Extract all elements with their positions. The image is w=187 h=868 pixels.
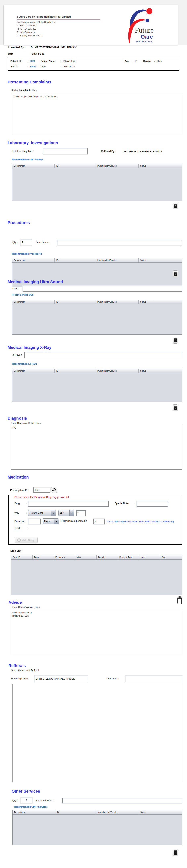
column-header: ID	[55, 369, 96, 373]
consultant-input[interactable]	[125, 676, 182, 682]
delete-lab-testing-button[interactable]	[173, 203, 178, 210]
recommended-uss-link[interactable]: Recommended USS	[12, 293, 34, 296]
procedures-qty-label: Qty :	[12, 241, 17, 244]
lab-testings-table[interactable]: DepartmentIDInvestigation/ServiceStatus	[12, 163, 182, 201]
add-drug-label: Add Drug	[22, 538, 34, 541]
section-heading-refferals: Refferals	[8, 663, 26, 668]
table-header-row: DepartmentIDInvestigation / ServiceStatu…	[13, 810, 182, 815]
delete-xray-button[interactable]	[173, 404, 178, 411]
colon: :	[27, 527, 28, 530]
meal-timing-value: Before Meal	[28, 512, 51, 514]
recommended-xrays-link[interactable]: Recommended X-Rays	[12, 363, 37, 365]
column-header: Department	[12, 300, 55, 304]
other-services-table[interactable]: DepartmentIDInvestigation / ServiceStatu…	[12, 810, 182, 845]
duration-unit-dropdown[interactable]: Day/s ▼	[43, 518, 59, 524]
uss-table[interactable]: DepartmentIDInvestigation/ServiceStatus	[12, 300, 182, 335]
advice-textarea[interactable]: continue current mgt review FBC, ESR	[11, 610, 182, 655]
procedures-qty-input[interactable]	[21, 240, 32, 245]
chevron-down-icon: ▼	[54, 519, 59, 524]
recommended-lab-testings-link[interactable]: Recommended Lab Testings	[12, 158, 43, 161]
way-qty-input[interactable]	[76, 510, 86, 516]
column-header: Investigation/Service	[96, 369, 139, 373]
visit-id-value: 13677	[30, 65, 36, 68]
total-label: Total	[14, 527, 20, 530]
recommended-procedures-link[interactable]: Recommended Procedures	[12, 252, 42, 255]
colon: :	[132, 60, 133, 62]
column-header: Department	[13, 810, 55, 814]
colon: :	[134, 502, 135, 505]
way-label: Way	[14, 512, 19, 514]
chevron-down-icon: ▼	[69, 510, 74, 516]
delete-procedure-button[interactable]	[173, 271, 178, 277]
company-phone-1: T: +24 82 593 593	[17, 24, 36, 27]
date-value: : 2024-06-15	[31, 53, 44, 55]
delete-advice-button[interactable]	[177, 596, 183, 606]
complaints-label: Enter Complaints Here	[12, 89, 37, 91]
procedures-input[interactable]	[57, 240, 182, 245]
trash-icon	[174, 204, 177, 209]
diagnosis-textarea[interactable]: ISQ	[11, 425, 182, 470]
recommended-other-services-link[interactable]: Recommended Other Services	[14, 806, 48, 808]
patient-name-label: Patient Name	[41, 60, 55, 62]
logo-word-future: Future	[135, 26, 154, 34]
other-qty-label: Qty :	[12, 799, 17, 802]
xrays-input[interactable]	[24, 352, 182, 358]
column-header: Note	[139, 555, 160, 559]
drug-selection-warning: Please select the Drug from Drug suggess…	[14, 496, 69, 499]
xray-table[interactable]: DepartmentIDInvestigation/ServiceStatus	[12, 369, 182, 402]
other-qty-input[interactable]	[21, 798, 32, 803]
drug-list-table[interactable]: Drug IDDrugFequencyWayDurationDuration T…	[11, 555, 182, 595]
column-header: Status	[139, 258, 182, 262]
fraction-note: Please add as decimal numbers when addin…	[107, 520, 182, 523]
drug-input[interactable]	[28, 501, 109, 506]
advice-label: Enter Doctor's Advice Here	[12, 606, 40, 608]
section-heading-procedures: Procedures	[8, 220, 30, 225]
consulted-by-label: Consulted By :	[8, 46, 26, 49]
duration-unit-value: Day/s	[43, 520, 54, 523]
special-notes-input[interactable]	[137, 501, 168, 506]
trash-icon	[174, 338, 177, 343]
section-heading-laboratory: Laboratory Investigations	[8, 141, 58, 145]
duration-input[interactable]	[28, 519, 41, 524]
delete-other-service-button[interactable]	[173, 849, 178, 856]
colon: :	[28, 60, 28, 62]
column-header: Status	[139, 164, 182, 168]
patient-id-value: 2529	[30, 60, 35, 62]
refferal-list-box[interactable]	[12, 684, 182, 782]
meal-timing-dropdown[interactable]: Before Meal ▼	[28, 510, 56, 516]
reffering-doctor-input[interactable]	[35, 676, 88, 682]
future-care-logo-icon: Future Care ♥ Body Mind Soul	[123, 6, 165, 44]
xrays-label: X-Rays :	[12, 354, 22, 356]
complaints-textarea[interactable]: Xray in keeping with ?Right knee osteoar…	[12, 94, 182, 134]
gender-value: Male	[157, 60, 162, 62]
lab-investigation-input[interactable]	[43, 148, 88, 154]
prescription-id-input[interactable]	[33, 487, 50, 493]
patient-name-value: RIMAN IHAB	[63, 60, 76, 62]
per-meal-input[interactable]	[94, 519, 105, 524]
other-services-input[interactable]	[62, 798, 182, 803]
chevron-down-icon: ▼	[51, 510, 56, 516]
refresh-prescription-button[interactable]	[51, 487, 57, 494]
column-header: Status	[139, 369, 182, 373]
procedures-label: Procedures :	[36, 241, 49, 244]
trash-icon	[174, 272, 177, 276]
frequency-dropdown[interactable]: OD ▼	[58, 510, 74, 516]
column-header: Status	[139, 300, 182, 304]
delete-uss-button[interactable]	[173, 337, 178, 344]
reffered-by-value: ORITSETSETOS RAPHAEL PINNICK	[123, 150, 162, 153]
column-header: Department	[12, 369, 55, 373]
colon: :	[61, 60, 62, 62]
duration-label: Duration :	[14, 520, 25, 523]
logo-tagline: Body Mind Soul	[136, 40, 152, 43]
visit-date-value: 2024-06-15	[63, 65, 75, 68]
prescription-id-label: Prescription ID :	[10, 489, 29, 492]
column-header: Investigation/Service	[96, 164, 139, 168]
add-drug-button[interactable]: Add Drug	[15, 536, 38, 544]
section-heading-presenting-complaints: Presenting Complaints	[8, 80, 51, 84]
diagnosis-label: Enter Diagnosis Details Here	[11, 422, 41, 424]
plus-circle-icon	[17, 538, 21, 542]
consultation-form-page: Future Care by Future Holdings (Pty) Lim…	[0, 0, 187, 868]
uss-input[interactable]	[23, 286, 182, 291]
reffered-by-label: Reffered By :	[101, 150, 116, 153]
company-email: E: jude@future.sc	[17, 31, 36, 33]
